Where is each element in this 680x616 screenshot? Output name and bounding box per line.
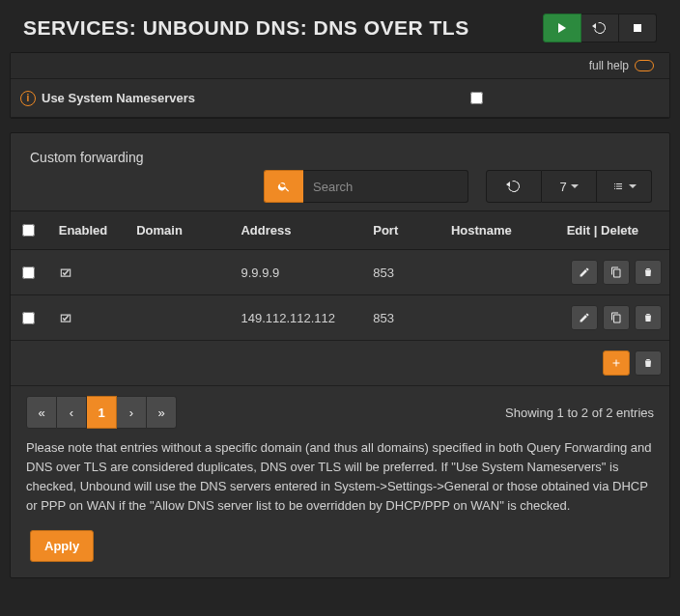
service-controls [543,14,657,42]
row-select-checkbox[interactable] [22,312,35,324]
page-next-button[interactable]: › [117,396,147,429]
caret-down-icon [571,184,579,188]
columns-dropdown[interactable] [597,170,652,203]
pencil-icon [579,266,590,278]
col-header-hostname[interactable]: Hostname [443,211,559,250]
note-text: Please note that entries without a speci… [11,438,669,530]
start-service-button[interactable] [543,14,581,42]
copy-icon [610,312,622,323]
pagination: « ‹ 1 › » [26,396,177,429]
copy-icon [610,266,622,278]
col-header-actions: Edit | Delete [559,211,669,250]
cell-port: 853 [365,295,443,341]
table-row: 9.9.9.9853 [11,250,669,295]
cell-hostname [443,250,559,295]
refresh-table-button[interactable] [486,170,542,203]
check-icon [59,266,72,279]
list-icon [611,181,625,192]
play-icon [558,23,566,33]
pagination-info: Showing 1 to 2 of 2 entries [505,406,654,420]
pencil-icon [579,312,590,323]
search-input[interactable] [303,170,468,203]
col-header-port[interactable]: Port [365,211,443,250]
info-icon[interactable]: i [20,91,36,106]
row-select-checkbox[interactable] [22,266,35,279]
enabled-indicator [59,266,121,279]
page-title: SERVICES: UNBOUND DNS: DNS OVER TLS [23,16,469,40]
use-system-nameservers-label: Use System Nameservers [42,91,195,105]
search-button[interactable] [264,170,303,203]
full-help-toggle[interactable] [635,60,654,71]
apply-button[interactable]: Apply [30,530,94,562]
bulk-delete-button[interactable] [635,350,662,376]
col-header-enabled[interactable]: Enabled [51,211,128,250]
delete-row-button[interactable] [635,305,662,330]
stop-icon [634,24,641,32]
stop-service-button[interactable] [619,14,657,42]
trash-icon [642,312,654,323]
section-title: Custom forwarding [30,149,146,167]
cell-hostname [443,295,559,341]
cell-port: 853 [365,250,443,295]
col-header-address[interactable]: Address [233,211,365,250]
col-header-domain[interactable]: Domain [128,211,233,250]
clone-row-button[interactable] [603,305,630,330]
trash-icon [642,266,654,278]
plus-icon [610,357,622,369]
page-size-dropdown[interactable]: 7 [542,170,597,203]
page-current-button[interactable]: 1 [87,396,117,429]
restart-service-button[interactable] [581,14,619,42]
use-system-nameservers-checkbox[interactable] [470,92,483,104]
select-all-checkbox[interactable] [22,224,35,237]
cell-domain [128,295,233,341]
page-size-value: 7 [559,180,566,194]
cell-domain [128,250,233,295]
search-icon [277,180,291,193]
clone-row-button[interactable] [603,260,630,285]
enabled-indicator [59,311,121,324]
add-row-button[interactable] [603,350,630,376]
cell-address: 149.112.112.112 [233,295,365,341]
trash-icon [642,357,654,369]
full-help-label: full help [589,59,629,72]
table-row: 149.112.112.112853 [11,295,669,341]
caret-down-icon [629,184,637,188]
cell-address: 9.9.9.9 [233,250,365,295]
reload-icon [508,181,520,192]
page-first-button[interactable]: « [26,396,57,429]
reload-icon [594,22,606,34]
edit-row-button[interactable] [571,260,598,285]
check-icon [59,311,72,324]
delete-row-button[interactable] [635,260,662,285]
page-prev-button[interactable]: ‹ [57,396,87,429]
page-last-button[interactable]: » [147,396,177,429]
edit-row-button[interactable] [571,305,598,330]
